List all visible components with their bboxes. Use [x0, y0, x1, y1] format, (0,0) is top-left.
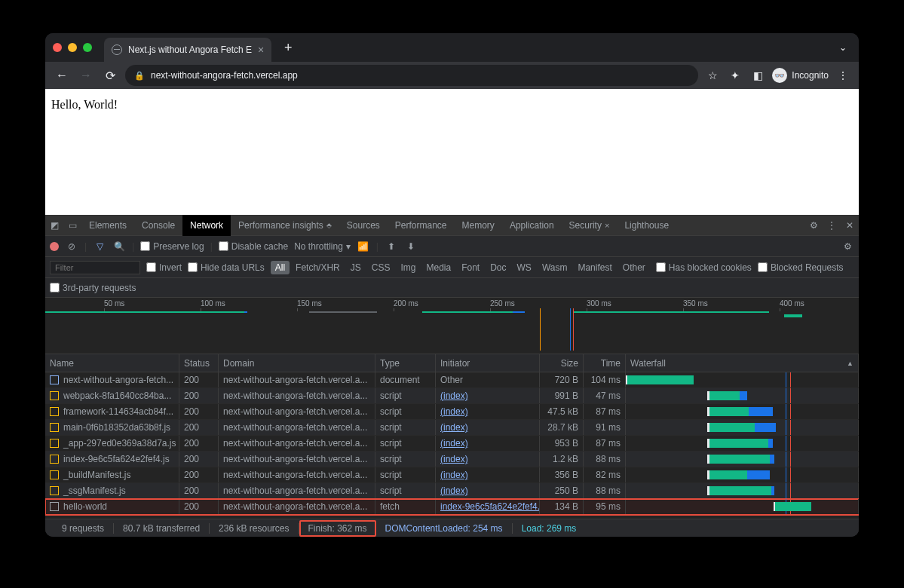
extensions-icon[interactable]: ✦ — [727, 69, 743, 81]
type-filter-wasm[interactable]: Wasm — [538, 261, 572, 274]
initiator-link[interactable]: (index) — [440, 485, 468, 496]
device-toggle-icon[interactable]: ▭ — [63, 220, 81, 231]
col-status[interactable]: Status — [179, 354, 219, 372]
close-window-button[interactable] — [53, 43, 62, 52]
col-initiator[interactable]: Initiator — [436, 354, 540, 372]
file-icon — [50, 375, 59, 384]
initiator-link[interactable]: (index) — [440, 390, 468, 401]
forward-button[interactable]: → — [77, 69, 95, 82]
type-filter-media[interactable]: Media — [421, 261, 455, 274]
dt-tab-security[interactable]: Security × — [562, 215, 617, 236]
star-icon[interactable]: ☆ — [704, 69, 721, 81]
type-filter-font[interactable]: Font — [457, 261, 484, 274]
download-icon[interactable]: ⬇ — [404, 241, 418, 252]
menu-icon[interactable]: ⋮ — [835, 69, 851, 81]
upload-icon[interactable]: ⬆ — [385, 241, 398, 252]
dt-tab-sources[interactable]: Sources — [339, 215, 388, 236]
type-filter-css[interactable]: CSS — [367, 261, 395, 274]
waterfall-cell — [626, 372, 859, 387]
overview-timeline[interactable]: 50 ms100 ms150 ms200 ms250 ms300 ms350 m… — [45, 298, 859, 354]
dt-tab-memory[interactable]: Memory — [455, 215, 502, 236]
blocked-requests-checkbox[interactable]: Blocked Requests — [758, 262, 844, 273]
close-tab-icon[interactable]: × — [605, 221, 609, 230]
col-name[interactable]: Name — [45, 354, 179, 372]
settings-icon[interactable]: ⚙ — [804, 220, 823, 231]
time-cell: 82 ms — [584, 467, 626, 482]
close-devtools-icon[interactable]: ✕ — [841, 220, 859, 231]
network-settings-icon[interactable]: ⚙ — [841, 241, 854, 252]
back-button[interactable]: ← — [53, 69, 71, 82]
third-party-checkbox[interactable]: 3rd-party requests — [50, 283, 136, 293]
type-filter-other[interactable]: Other — [618, 261, 650, 274]
record-button[interactable] — [50, 242, 59, 251]
table-row[interactable]: hello-world200next-without-angora-fetch.… — [45, 499, 859, 515]
hide-data-urls-checkbox[interactable]: Hide data URLs — [188, 262, 265, 273]
col-size[interactable]: Size — [540, 354, 584, 372]
table-row[interactable]: _ssgManifest.js200next-without-angora-fe… — [45, 483, 859, 499]
initiator-link[interactable]: (index) — [440, 422, 468, 433]
initiator-link[interactable]: index-9e6c5fa624e2fef4... — [440, 501, 540, 512]
disable-cache-checkbox[interactable]: Disable cache — [219, 241, 288, 252]
browser-tab[interactable]: Next.js without Angora Fetch E × — [104, 38, 271, 62]
type-cell: document — [375, 372, 436, 387]
col-time[interactable]: Time — [584, 354, 626, 372]
dt-tab-network[interactable]: Network — [182, 215, 231, 236]
filter-input[interactable] — [50, 261, 140, 274]
col-waterfall[interactable]: Waterfall▲ — [626, 354, 859, 372]
type-filter-doc[interactable]: Doc — [486, 261, 510, 274]
search-icon[interactable]: 🔍 — [112, 241, 126, 252]
new-tab-button[interactable]: + — [279, 40, 297, 56]
col-domain[interactable]: Domain — [219, 354, 375, 372]
type-filter-js[interactable]: JS — [346, 261, 366, 274]
table-row[interactable]: framework-114634acb84f...200next-without… — [45, 404, 859, 420]
inspect-icon[interactable]: ◩ — [45, 220, 63, 231]
col-type[interactable]: Type — [375, 354, 436, 372]
tabs-dropdown-icon[interactable]: ⌄ — [839, 42, 851, 53]
type-cell: script — [375, 483, 436, 498]
type-filter-ws[interactable]: WS — [513, 261, 536, 274]
dt-tab-application[interactable]: Application — [502, 215, 562, 236]
domain-cell: next-without-angora-fetch.vercel.a... — [219, 420, 375, 435]
throttling-select[interactable]: No throttling ▾ — [294, 241, 351, 252]
file-name: _buildManifest.js — [63, 470, 130, 480]
clear-icon[interactable]: ⊘ — [65, 241, 78, 252]
time-cell: 95 ms — [584, 499, 626, 514]
dt-tab-performance-insights[interactable]: Performance insights ⬘ — [231, 215, 339, 236]
status-cell: 200 — [179, 467, 219, 482]
invert-checkbox[interactable]: Invert — [146, 262, 182, 273]
type-filter-manifest[interactable]: Manifest — [573, 261, 616, 274]
file-name: webpack-8fa1640cc84ba... — [63, 390, 171, 401]
sort-indicator-icon: ▲ — [847, 360, 853, 367]
address-bar[interactable]: 🔒 next-without-angora-fetch.vercel.app — [125, 65, 698, 86]
dt-tab-performance[interactable]: Performance — [388, 215, 455, 236]
type-filter-img[interactable]: Img — [396, 261, 420, 274]
type-filter-fetch-xhr[interactable]: Fetch/XHR — [291, 261, 345, 274]
domain-cell: next-without-angora-fetch.vercel.a... — [219, 388, 375, 403]
blocked-cookies-checkbox[interactable]: Has blocked cookies — [656, 262, 752, 273]
minimize-window-button[interactable] — [68, 43, 77, 52]
initiator-link[interactable]: (index) — [440, 470, 468, 480]
type-filter-all[interactable]: All — [271, 261, 290, 274]
wifi-icon[interactable]: 📶 — [357, 241, 370, 252]
table-row[interactable]: main-0f6b18352da63b8f.js200next-without-… — [45, 420, 859, 436]
filter-icon[interactable]: ▽ — [93, 241, 106, 252]
reload-button[interactable]: ⟳ — [101, 69, 119, 83]
table-row[interactable]: index-9e6c5fa624e2fef4.js200next-without… — [45, 452, 859, 467]
table-row[interactable]: next-without-angora-fetch...200next-with… — [45, 372, 859, 388]
initiator-link[interactable]: (index) — [440, 438, 468, 449]
initiator-link[interactable]: (index) — [440, 406, 468, 417]
close-tab-icon[interactable]: × — [258, 44, 264, 56]
initiator-link[interactable]: (index) — [440, 454, 468, 464]
dt-tab-lighthouse[interactable]: Lighthouse — [617, 215, 676, 236]
waterfall-cell — [626, 467, 859, 482]
preserve-log-checkbox[interactable]: Preserve log — [140, 241, 204, 252]
devtools-tabs: ◩ ▭ ElementsConsoleNetworkPerformance in… — [45, 215, 859, 236]
more-icon[interactable]: ⋮ — [823, 220, 841, 231]
table-row[interactable]: webpack-8fa1640cc84ba...200next-without-… — [45, 388, 859, 404]
panel-icon[interactable]: ◧ — [749, 69, 766, 81]
dt-tab-elements[interactable]: Elements — [81, 215, 134, 236]
table-row[interactable]: _buildManifest.js200next-without-angora-… — [45, 467, 859, 483]
dt-tab-console[interactable]: Console — [134, 215, 182, 236]
maximize-window-button[interactable] — [83, 43, 92, 52]
table-row[interactable]: _app-297ed0e369a38d7a.js200next-without-… — [45, 436, 859, 452]
